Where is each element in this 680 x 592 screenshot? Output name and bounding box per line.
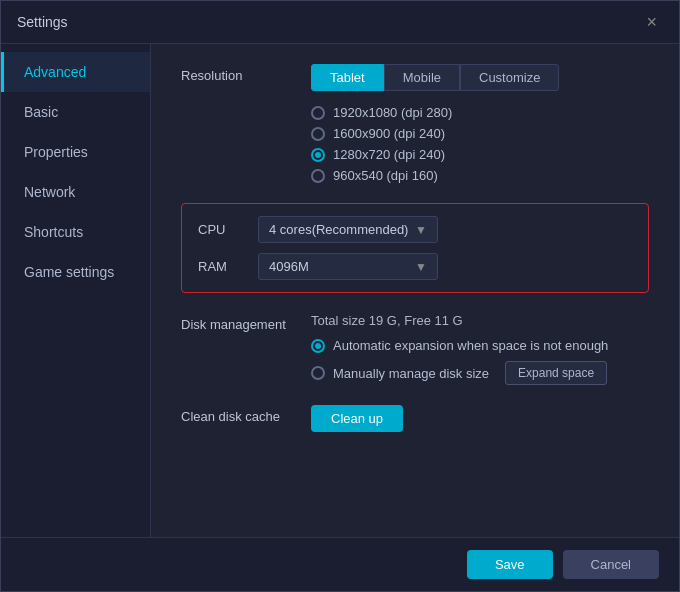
- footer: Save Cancel: [1, 537, 679, 591]
- disk-info: Total size 19 G, Free 11 G: [311, 313, 649, 328]
- sidebar-item-game-settings[interactable]: Game settings: [1, 252, 150, 292]
- sidebar-item-properties[interactable]: Properties: [1, 132, 150, 172]
- clean-disk-cache-label: Clean disk cache: [181, 405, 311, 424]
- ram-select[interactable]: 4096M ▼: [258, 253, 438, 280]
- sidebar-item-shortcuts[interactable]: Shortcuts: [1, 212, 150, 252]
- sidebar-item-advanced[interactable]: Advanced: [1, 52, 150, 92]
- tab-mobile[interactable]: Mobile: [384, 64, 460, 91]
- dialog-content: Advanced Basic Properties Network Shortc…: [1, 44, 679, 537]
- radio-circle-1920: [311, 106, 325, 120]
- radio-circle-1280: [311, 148, 325, 162]
- cpu-row: CPU 4 cores(Recommended) ▼: [198, 216, 632, 243]
- disk-option-manual[interactable]: Manually manage disk size Expand space: [311, 361, 649, 385]
- resolution-content: Tablet Mobile Customize 1920x1080 (dpi 2…: [311, 64, 649, 183]
- cpu-select[interactable]: 4 cores(Recommended) ▼: [258, 216, 438, 243]
- cancel-button[interactable]: Cancel: [563, 550, 659, 579]
- clean-up-button[interactable]: Clean up: [311, 405, 403, 432]
- resolution-tab-group: Tablet Mobile Customize: [311, 64, 649, 91]
- disk-management-row: Disk management Total size 19 G, Free 11…: [181, 313, 649, 385]
- radio-circle-1600: [311, 127, 325, 141]
- settings-dialog: Settings × Advanced Basic Properties Net…: [0, 0, 680, 592]
- resolution-row: Resolution Tablet Mobile Customize 1920x…: [181, 64, 649, 183]
- main-content: Resolution Tablet Mobile Customize 1920x…: [151, 44, 679, 537]
- cpu-dropdown-arrow: ▼: [415, 223, 427, 237]
- resolution-label: Resolution: [181, 64, 311, 83]
- close-button[interactable]: ×: [640, 11, 663, 33]
- clean-disk-cache-row: Clean disk cache Clean up: [181, 405, 649, 432]
- hardware-box: CPU 4 cores(Recommended) ▼ RAM 4096M ▼: [181, 203, 649, 293]
- ram-row: RAM 4096M ▼: [198, 253, 632, 280]
- clean-disk-cache-content: Clean up: [311, 405, 649, 432]
- dialog-title: Settings: [17, 14, 68, 30]
- resolution-option-1280[interactable]: 1280x720 (dpi 240): [311, 147, 649, 162]
- disk-management-label: Disk management: [181, 313, 311, 332]
- tab-tablet[interactable]: Tablet: [311, 64, 384, 91]
- ram-label: RAM: [198, 259, 258, 274]
- expand-space-button[interactable]: Expand space: [505, 361, 607, 385]
- radio-circle-960: [311, 169, 325, 183]
- disk-option-auto[interactable]: Automatic expansion when space is not en…: [311, 338, 649, 353]
- title-bar: Settings ×: [1, 1, 679, 44]
- ram-dropdown-arrow: ▼: [415, 260, 427, 274]
- resolution-option-1600[interactable]: 1600x900 (dpi 240): [311, 126, 649, 141]
- resolution-option-1920[interactable]: 1920x1080 (dpi 280): [311, 105, 649, 120]
- resolution-option-960[interactable]: 960x540 (dpi 160): [311, 168, 649, 183]
- resolution-options: 1920x1080 (dpi 280) 1600x900 (dpi 240) 1…: [311, 105, 649, 183]
- tab-customize[interactable]: Customize: [460, 64, 559, 91]
- disk-options: Automatic expansion when space is not en…: [311, 338, 649, 385]
- disk-management-content: Total size 19 G, Free 11 G Automatic exp…: [311, 313, 649, 385]
- sidebar: Advanced Basic Properties Network Shortc…: [1, 44, 151, 537]
- save-button[interactable]: Save: [467, 550, 553, 579]
- radio-circle-manual: [311, 366, 325, 380]
- cpu-label: CPU: [198, 222, 258, 237]
- sidebar-item-network[interactable]: Network: [1, 172, 150, 212]
- sidebar-item-basic[interactable]: Basic: [1, 92, 150, 132]
- radio-circle-auto-expand: [311, 339, 325, 353]
